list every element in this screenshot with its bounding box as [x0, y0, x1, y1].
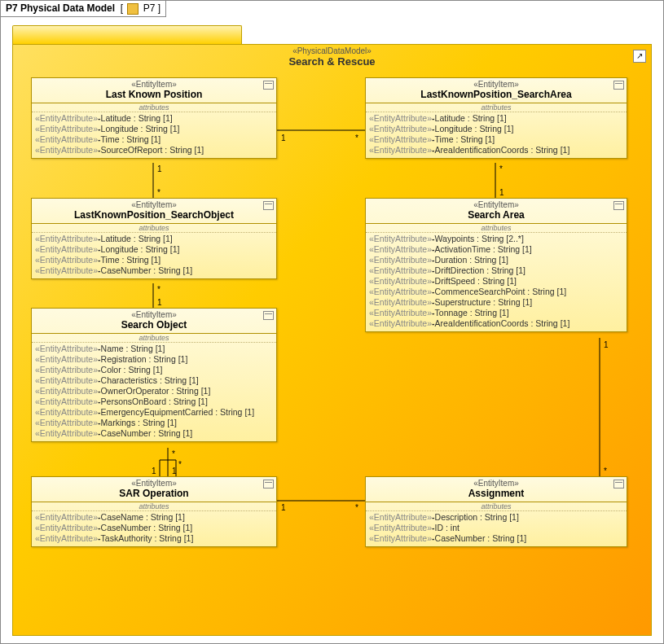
attribute-row[interactable]: «EntityAttribute»-Waypoints : String [2.… [369, 234, 623, 244]
entity-lkp-search-area[interactable]: «EntityItem» LastKnownPosition_SearchAre… [365, 77, 627, 159]
entity-corner-icon [263, 480, 274, 488]
svg-text:*: * [604, 467, 607, 475]
entity-corner-icon [263, 201, 274, 210]
entity-corner-icon [613, 480, 624, 488]
entity-sar-operation[interactable]: «EntityItem» SAR Operation attributes «E… [31, 476, 277, 547]
entity-corner-icon [263, 311, 274, 320]
entity-assignment[interactable]: «EntityItem» Assignment attributes «Enti… [365, 476, 627, 547]
attributes-label: attributes [366, 103, 627, 112]
attribute-row[interactable]: «EntityAttribute»-Time : String [1] [35, 255, 273, 265]
svg-text:1: 1 [604, 340, 609, 349]
package-stereotype: «PhysicalDataModel» [13, 45, 651, 55]
attributes-label: attributes [32, 502, 276, 511]
attributes-label: attributes [32, 224, 276, 233]
attributes-label: attributes [32, 334, 276, 343]
attribute-row[interactable]: «EntityAttribute»-EmergencyEquipmentCarr… [35, 407, 273, 418]
attribute-row[interactable]: «EntityAttribute»-Characteristics : Stri… [35, 375, 273, 386]
link-icon[interactable]: ↗ [633, 50, 646, 63]
attribute-row[interactable]: «EntityAttribute»-OwnerOrOperator : Stri… [35, 386, 273, 396]
attributes-label: attributes [32, 103, 276, 112]
entity-name: LastKnownPosition_SearchObject [35, 209, 273, 221]
attributes-compartment: «EntityAttribute»-Description : String [… [366, 511, 627, 546]
attribute-row[interactable]: «EntityAttribute»-Tonnage : String [1] [369, 308, 623, 318]
entity-search-area[interactable]: «EntityItem» Search Area attributes «Ent… [365, 198, 627, 332]
attribute-row[interactable]: «EntityAttribute»-CaseNumber : String [1… [369, 533, 623, 544]
attribute-row[interactable]: «EntityAttribute»-DriftDirection : Strin… [369, 265, 623, 276]
entity-lkp-search-object[interactable]: «EntityItem» LastKnownPosition_SearchObj… [31, 198, 277, 279]
entity-name: Search Object [35, 319, 273, 331]
svg-text:1: 1 [281, 503, 286, 512]
attributes-compartment: «EntityAttribute»-Name : String [1]«Enti… [32, 343, 276, 441]
attribute-row[interactable]: «EntityAttribute»-Latitude : String [1] [35, 113, 273, 124]
svg-text:1: 1 [499, 188, 504, 197]
attribute-row[interactable]: «EntityAttribute»-ID : int [369, 523, 623, 533]
entity-stereotype: «EntityItem» [35, 479, 273, 488]
entity-stereotype: «EntityItem» [35, 80, 273, 89]
attribute-row[interactable]: «EntityAttribute»-PersonsOnBoard : Strin… [35, 396, 273, 407]
attribute-row[interactable]: «EntityAttribute»-Duration : String [1] [369, 255, 623, 265]
attribute-row[interactable]: «EntityAttribute»-Markings : String [1] [35, 418, 273, 428]
attribute-row[interactable]: «EntityAttribute»-Time : String [1] [35, 134, 273, 145]
attribute-row[interactable]: «EntityAttribute»-DriftSpeed : String [1… [369, 276, 623, 287]
entity-corner-icon [263, 81, 274, 90]
entity-name: Assignment [369, 488, 623, 499]
entity-stereotype: «EntityItem» [369, 200, 623, 209]
svg-text:*: * [172, 449, 175, 458]
package-body: «PhysicalDataModel» Search & Rescue ↗ «E… [12, 44, 652, 636]
svg-text:*: * [355, 134, 358, 142]
diagram-short-name: P7 [143, 2, 156, 14]
diagram-tab: P7 Physical Data Model [ P7 ] [1, 1, 166, 17]
attributes-compartment: «EntityAttribute»-CaseName : String [1]«… [32, 511, 276, 546]
diagram-type-icon [127, 3, 139, 15]
entity-name: LastKnownPosition_SearchArea [369, 89, 623, 100]
svg-text:*: * [499, 164, 503, 173]
attribute-row[interactable]: «EntityAttribute»-Name : String [1] [35, 344, 273, 354]
entity-name: Last Known Position [35, 89, 273, 100]
attribute-row[interactable]: «EntityAttribute»-Color : String [1] [35, 365, 273, 375]
entity-last-known-position[interactable]: «EntityItem» Last Known Position attribu… [31, 77, 277, 159]
attribute-row[interactable]: «EntityAttribute»-CaseNumber : String [1… [35, 428, 273, 439]
attribute-row[interactable]: «EntityAttribute»-Superstructure : Strin… [369, 297, 623, 308]
entity-stereotype: «EntityItem» [369, 80, 623, 89]
svg-text:*: * [157, 285, 161, 294]
svg-text:1: 1 [152, 467, 156, 475]
attribute-row[interactable]: «EntityAttribute»-CaseNumber : String [1… [35, 523, 273, 533]
attribute-row[interactable]: «EntityAttribute»-Registration : String … [35, 354, 273, 365]
package-tab [12, 25, 242, 44]
entity-stereotype: «EntityItem» [35, 310, 273, 319]
entity-search-object[interactable]: «EntityItem» Search Object attributes «E… [31, 308, 277, 442]
attributes-compartment: «EntityAttribute»-Latitude : String [1]«… [32, 233, 276, 278]
attribute-row[interactable]: «EntityAttribute»-Latitude : String [1] [35, 234, 273, 244]
diagram-frame: P7 Physical Data Model [ P7 ] «PhysicalD… [0, 0, 664, 644]
entity-name: SAR Operation [35, 488, 273, 499]
attribute-row[interactable]: «EntityAttribute»-Time : String [1] [369, 134, 623, 145]
attributes-label: attributes [366, 224, 627, 233]
attribute-row[interactable]: «EntityAttribute»-Longitude : String [1] [369, 124, 623, 134]
entity-stereotype: «EntityItem» [369, 479, 623, 488]
svg-text:1: 1 [281, 134, 286, 142]
svg-text:1: 1 [157, 298, 162, 307]
attribute-row[interactable]: «EntityAttribute»-CommenceSearchPoint : … [369, 287, 623, 297]
attributes-compartment: «EntityAttribute»-Latitude : String [1]«… [32, 112, 276, 158]
attribute-row[interactable]: «EntityAttribute»-SourceOfReport : Strin… [35, 145, 273, 156]
attribute-row[interactable]: «EntityAttribute»-Longitude : String [1] [35, 244, 273, 255]
attribute-row[interactable]: «EntityAttribute»-Description : String [… [369, 512, 623, 523]
attribute-row[interactable]: «EntityAttribute»-ActivationTime : Strin… [369, 244, 623, 255]
svg-text:*: * [157, 188, 161, 197]
attribute-row[interactable]: «EntityAttribute»-CaseNumber : String [1… [35, 265, 273, 276]
attribute-row[interactable]: «EntityAttribute»-Longitude : String [1] [35, 124, 273, 134]
attributes-compartment: «EntityAttribute»-Latitude : String [1]«… [366, 112, 627, 158]
entity-corner-icon [613, 81, 624, 90]
svg-text:*: * [355, 503, 358, 512]
svg-text:*: * [178, 460, 182, 469]
package-title: Search & Rescue [13, 55, 651, 68]
attribute-row[interactable]: «EntityAttribute»-AreaIdentificationCoor… [369, 145, 623, 156]
entity-stereotype: «EntityItem» [35, 200, 273, 209]
svg-text:1: 1 [157, 164, 162, 173]
attribute-row[interactable]: «EntityAttribute»-CaseName : String [1] [35, 512, 273, 523]
attribute-row[interactable]: «EntityAttribute»-TaskAuthority : String… [35, 533, 273, 544]
entity-corner-icon [613, 201, 624, 210]
attribute-row[interactable]: «EntityAttribute»-Latitude : String [1] [369, 113, 623, 124]
package-search-and-rescue[interactable]: «PhysicalDataModel» Search & Rescue ↗ «E… [12, 25, 652, 636]
attribute-row[interactable]: «EntityAttribute»-AreaIdentificationCoor… [369, 318, 623, 329]
